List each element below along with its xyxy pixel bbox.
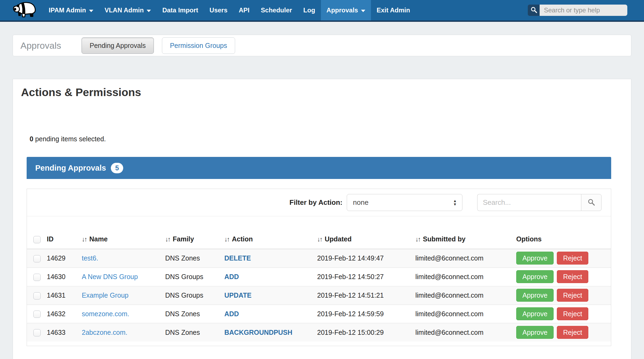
- nav-item-label: Approvals: [327, 6, 358, 14]
- reject-button[interactable]: Reject: [557, 289, 588, 302]
- column-header-options: Options: [514, 216, 611, 249]
- table-row: 146332abczone.com.DNS ZonesBACKGROUNDPUS…: [27, 323, 611, 342]
- actions-permissions-panel: Actions & Permissions 0 pending items se…: [13, 79, 631, 359]
- tab-permission-groups[interactable]: Permission Groups: [162, 37, 235, 54]
- updated-cell: 2019-Feb-12 15:00:29: [314, 323, 413, 342]
- global-search-input[interactable]: [540, 5, 627, 16]
- options-cell: ApproveReject: [514, 286, 611, 305]
- table-search-input[interactable]: [477, 194, 581, 211]
- filter-bar: Filter by Action: none ▲▼: [27, 189, 611, 216]
- nav-item-log[interactable]: Log: [298, 0, 321, 20]
- panda-logo-icon: [11, 1, 38, 20]
- nav-item-ipam-admin[interactable]: IPAM Admin: [43, 0, 99, 20]
- name-cell: Example Group: [79, 286, 162, 305]
- action-label: UPDATE: [224, 291, 252, 299]
- name-cell: test6.: [79, 249, 162, 268]
- table-row: 14629test6.DNS ZonesDELETE2019-Feb-12 14…: [27, 249, 611, 268]
- reject-button[interactable]: Reject: [557, 307, 588, 320]
- select-updown-icon: ▲▼: [453, 199, 457, 206]
- nav-item-data-import[interactable]: Data Import: [157, 0, 204, 20]
- selected-count: 0: [30, 135, 33, 143]
- nav-item-scheduler[interactable]: Scheduler: [255, 0, 298, 20]
- approve-button[interactable]: Approve: [516, 307, 554, 320]
- updated-cell: 2019-Feb-12 14:49:47: [314, 249, 413, 268]
- column-header-name[interactable]: ↓↑Name: [79, 216, 162, 249]
- table-search-button[interactable]: [581, 194, 601, 211]
- row-select-cell: [27, 249, 44, 268]
- column-header-updated[interactable]: ↓↑Updated: [314, 216, 413, 249]
- name-cell: 2abczone.com.: [79, 323, 162, 342]
- select-all-checkbox[interactable]: [33, 236, 41, 243]
- navbar-search-button[interactable]: [528, 5, 540, 16]
- family-cell: DNS Groups: [162, 286, 222, 305]
- navbar-menu: IPAM AdminVLAN AdminData ImportUsersAPIS…: [43, 0, 416, 20]
- id-cell: 14630: [44, 268, 79, 286]
- action-label: DELETE: [224, 254, 251, 262]
- column-label: ID: [47, 235, 54, 243]
- row-checkbox[interactable]: [33, 274, 41, 281]
- section-heading: Actions & Permissions: [21, 79, 611, 99]
- column-label: Family: [173, 235, 194, 243]
- updated-cell: 2019-Feb-12 14:51:21: [314, 286, 413, 305]
- column-header-submitted-by[interactable]: ↓↑Submitted by: [413, 216, 514, 249]
- nav-item-vlan-admin[interactable]: VLAN Admin: [99, 0, 157, 20]
- sort-icon: ↓↑: [415, 235, 420, 243]
- options-cell: ApproveReject: [514, 249, 611, 268]
- nav-item-api[interactable]: API: [233, 0, 255, 20]
- name-link[interactable]: 2abczone.com.: [82, 329, 128, 336]
- row-checkbox[interactable]: [33, 255, 41, 262]
- submitted-by-cell: limited@6connect.com: [413, 268, 514, 286]
- name-link[interactable]: Example Group: [82, 291, 129, 299]
- filter-action-value: none: [353, 198, 453, 207]
- nav-item-label: VLAN Admin: [105, 6, 144, 14]
- family-cell: DNS Zones: [162, 249, 222, 268]
- row-checkbox[interactable]: [33, 311, 41, 318]
- action-label: ADD: [224, 310, 239, 318]
- column-header-family[interactable]: ↓↑Family: [162, 216, 222, 249]
- column-header-action[interactable]: ↓↑Action: [222, 216, 314, 249]
- search-icon: [587, 198, 595, 207]
- reject-button[interactable]: Reject: [557, 270, 588, 283]
- nav-item-approvals[interactable]: Approvals: [321, 0, 371, 20]
- name-link[interactable]: A New DNS Group: [82, 273, 138, 280]
- family-cell: DNS Zones: [162, 323, 222, 342]
- reject-button[interactable]: Reject: [557, 326, 588, 339]
- submitted-by-cell: limited@6connect.com: [413, 286, 514, 305]
- sort-icon: ↓↑: [317, 235, 322, 243]
- row-checkbox[interactable]: [33, 329, 41, 336]
- chevron-down-icon: [147, 10, 151, 12]
- app-logo[interactable]: [0, 0, 43, 20]
- row-checkbox[interactable]: [33, 292, 41, 300]
- approve-button[interactable]: Approve: [516, 270, 554, 283]
- tab-pending-approvals[interactable]: Pending Approvals: [82, 37, 154, 54]
- pending-approvals-title: Pending Approvals: [35, 164, 106, 173]
- approve-button[interactable]: Approve: [516, 326, 554, 339]
- page-title: Approvals: [20, 40, 61, 51]
- name-link[interactable]: test6.: [82, 254, 98, 262]
- submitted-by-cell: limited@6connect.com: [413, 249, 514, 268]
- approve-button[interactable]: Approve: [516, 289, 554, 302]
- row-select-cell: [27, 323, 44, 342]
- chevron-down-icon: [361, 10, 365, 12]
- name-cell: somezone.com.: [79, 305, 162, 323]
- name-link[interactable]: somezone.com.: [82, 310, 129, 318]
- approve-button[interactable]: Approve: [516, 252, 554, 265]
- pending-approvals-table: ID↓↑Name↓↑Family↓↑Action↓↑Updated↓↑Submi…: [27, 216, 611, 342]
- reject-button[interactable]: Reject: [557, 252, 588, 265]
- nav-item-users[interactable]: Users: [204, 0, 233, 20]
- action-label: ADD: [224, 273, 239, 280]
- filter-action-select[interactable]: none ▲▼: [347, 194, 462, 211]
- pending-count-badge: 5: [111, 163, 123, 173]
- options-cell: ApproveReject: [514, 305, 611, 323]
- updated-cell: 2019-Feb-12 14:59:59: [314, 305, 413, 323]
- id-cell: 14632: [44, 305, 79, 323]
- column-label: Name: [89, 235, 108, 243]
- approvals-tabs-card: Approvals Pending Approvals Permission G…: [13, 35, 631, 56]
- table-row: 14630A New DNS GroupDNS GroupsADD2019-Fe…: [27, 268, 611, 286]
- table-header-row: ID↓↑Name↓↑Family↓↑Action↓↑Updated↓↑Submi…: [27, 216, 611, 249]
- options-cell: ApproveReject: [514, 268, 611, 286]
- family-cell: DNS Groups: [162, 268, 222, 286]
- id-cell: 14633: [44, 323, 79, 342]
- nav-item-exit-admin[interactable]: Exit Admin: [371, 0, 416, 20]
- nav-item-label: IPAM Admin: [49, 6, 86, 14]
